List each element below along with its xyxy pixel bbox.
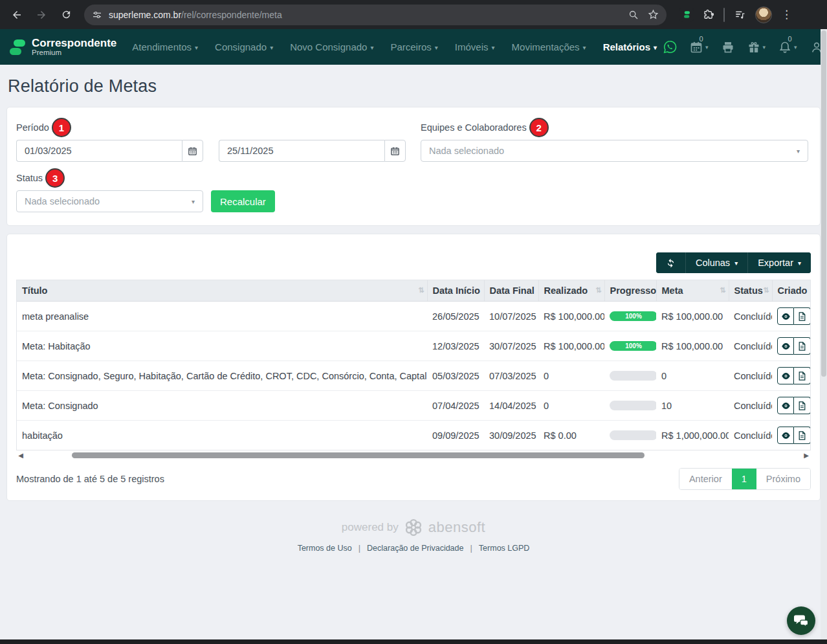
eye-icon (781, 402, 791, 410)
menu-movimentacoes[interactable]: Movimentações▾ (512, 41, 586, 52)
document-button[interactable] (794, 397, 811, 414)
brand-logo[interactable]: Correspondente Premium (9, 38, 116, 57)
chevron-down-icon: ▾ (797, 148, 800, 155)
media-controls-icon[interactable] (734, 9, 746, 20)
browser-back-button[interactable] (6, 5, 27, 25)
lgpd-terms-link[interactable]: Termos LGPD (479, 544, 530, 553)
sort-icon[interactable]: ⇅ (763, 286, 769, 294)
cell-progresso (604, 421, 656, 450)
url-text[interactable]: superleme.com.br/rel/correspondente/meta (109, 10, 622, 20)
menu-novo-consignado[interactable]: Novo Consignado▾ (290, 41, 373, 52)
print-button[interactable] (722, 41, 734, 54)
menu-relatorios[interactable]: Relatórios▾ (603, 41, 657, 52)
privacy-declaration-link[interactable]: Declaração de Privacidade (367, 544, 463, 553)
calendar-notifications[interactable]: 0 ▾ (690, 41, 709, 54)
scroll-right-arrow-icon[interactable]: ▶ (802, 452, 811, 459)
eye-icon (781, 372, 791, 380)
calendar-icon (188, 146, 197, 156)
chevron-down-icon: ▾ (794, 44, 797, 50)
browser-scrollbar-thumb[interactable] (821, 30, 826, 377)
row-action-group (777, 367, 811, 384)
col-header-data-inicio[interactable]: Data Início (427, 280, 484, 302)
forward-arrow-icon (36, 9, 47, 21)
pagination-prev-button[interactable]: Anterior (679, 469, 732, 489)
recalculate-button[interactable]: Recalcular (211, 190, 275, 212)
extensions-puzzle-icon[interactable] (703, 9, 714, 21)
search-icon[interactable] (628, 10, 639, 20)
sort-icon[interactable]: ⇅ (595, 286, 601, 294)
export-button[interactable]: Exportar▾ (747, 252, 811, 273)
document-button[interactable] (794, 307, 811, 325)
brand-subtitle: Premium (32, 49, 116, 57)
col-header-realizado[interactable]: Realizado⇅ (538, 280, 604, 302)
equipes-select[interactable]: Nada selecionado ▾ (421, 140, 808, 162)
refresh-button[interactable] (656, 252, 685, 273)
cell-titulo: habitação (17, 421, 427, 450)
scrollbar-track[interactable] (25, 452, 802, 458)
col-header-meta[interactable]: Meta⇅ (656, 280, 729, 302)
browser-forward-button[interactable] (31, 5, 52, 25)
view-button[interactable] (777, 337, 794, 355)
view-button[interactable] (777, 427, 794, 444)
footer-divider: | (470, 543, 472, 553)
document-button[interactable] (794, 367, 811, 384)
scrollbar-thumb[interactable] (72, 452, 645, 458)
cell-meta: R$ 1,000,000.00 (656, 421, 729, 450)
date-to-group (219, 140, 406, 162)
table-horizontal-scrollbar[interactable]: ◀ ▶ (16, 451, 811, 459)
columns-button[interactable]: Colunas▾ (685, 252, 747, 273)
browser-reload-button[interactable] (56, 5, 76, 25)
view-button[interactable] (777, 367, 794, 384)
annotation-marker-1: 1 (52, 118, 71, 137)
browser-menu-icon[interactable]: ⋮ (781, 8, 792, 21)
window-bottom-edge (0, 639, 827, 644)
view-button[interactable] (777, 397, 794, 414)
annotation-marker-3: 3 (45, 168, 65, 188)
row-action-group (777, 307, 811, 325)
gifts-menu[interactable]: ▾ (747, 41, 766, 54)
cell-actions (772, 391, 811, 421)
browser-vertical-scrollbar[interactable] (821, 29, 827, 639)
eye-icon (781, 432, 791, 439)
col-header-titulo[interactable]: Título⇅ (17, 280, 427, 302)
chat-fab-button[interactable] (787, 606, 815, 635)
calendar-icon (690, 41, 703, 54)
col-header-progresso[interactable]: Progresso (604, 280, 656, 302)
sort-icon[interactable]: ⇅ (720, 286, 725, 294)
cell-status: Concluído (729, 391, 772, 421)
menu-atendimentos[interactable]: Atendimentos▾ (132, 41, 198, 52)
sort-icon[interactable]: ⇅ (418, 286, 424, 294)
col-header-status[interactable]: Status⇅ (729, 280, 772, 302)
menu-imoveis[interactable]: Imóveis▾ (455, 41, 495, 52)
site-settings-icon[interactable] (92, 10, 102, 20)
pagination-page-1[interactable]: 1 (732, 469, 756, 489)
document-button[interactable] (794, 337, 811, 355)
date-to-calendar-button[interactable] (384, 140, 406, 162)
col-header-data-final[interactable]: Data Final (484, 280, 538, 302)
menu-consignado[interactable]: Consignado▾ (215, 41, 273, 52)
notifications-menu[interactable]: 0 ▾ (778, 41, 797, 54)
file-icon (799, 431, 806, 440)
cell-actions (772, 421, 811, 450)
superleme-extension-icon[interactable] (679, 8, 694, 22)
date-from-input[interactable] (16, 140, 182, 162)
status-select[interactable]: Nada selecionado ▾ (16, 190, 203, 212)
view-button[interactable] (777, 307, 794, 325)
date-to-input[interactable] (219, 140, 384, 162)
terms-of-use-link[interactable]: Termos de Uso (298, 544, 352, 553)
col-header-criado[interactable]: Criado (772, 280, 811, 302)
whatsapp-icon[interactable] (663, 40, 677, 54)
site-footer: powered by abensoft Termos de Uso | Decl… (6, 518, 821, 553)
browser-profile-avatar[interactable] (755, 6, 772, 23)
bookmark-star-icon[interactable] (648, 9, 659, 20)
cell-data-inicio: 07/04/2025 (427, 391, 484, 421)
pagination-next-button[interactable]: Próximo (756, 469, 810, 489)
scroll-left-arrow-icon[interactable]: ◀ (16, 452, 25, 459)
cell-titulo: Meta: Consignado (17, 391, 427, 421)
address-bar[interactable]: superleme.com.br/rel/correspondente/meta (84, 5, 667, 25)
cell-realizado: R$ 0.00 (538, 421, 604, 450)
document-button[interactable] (794, 427, 811, 444)
menu-parceiros[interactable]: Parceiros▾ (390, 41, 437, 52)
chevron-down-icon: ▾ (654, 44, 657, 51)
date-from-calendar-button[interactable] (182, 140, 203, 162)
